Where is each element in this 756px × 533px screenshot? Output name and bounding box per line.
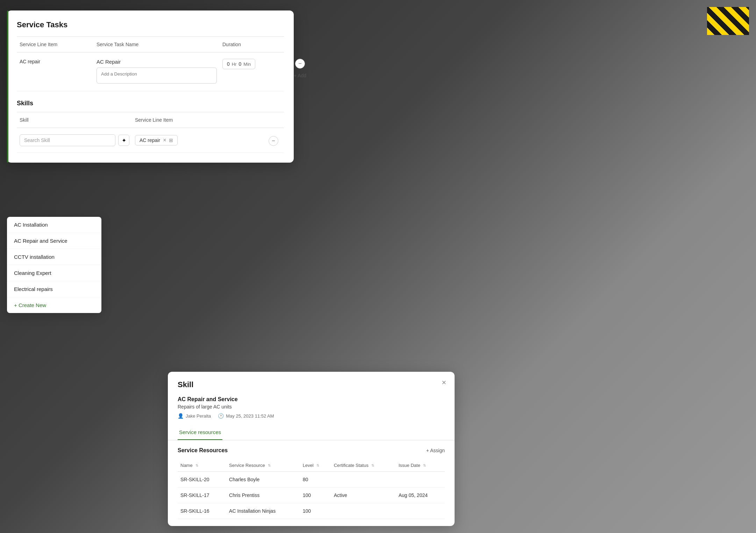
- skill-detail-panel: Skill × AC Repair and Service Repairs of…: [168, 372, 455, 526]
- sort-resource-icon[interactable]: ⇅: [268, 463, 271, 467]
- cell-resource-2: AC Installation Ninjas: [226, 503, 300, 519]
- table-row: SR-SKILL-16 AC Installation Ninjas 100: [178, 503, 445, 519]
- ai-icon: ✦: [122, 137, 126, 144]
- skills-title: Skills: [17, 100, 284, 107]
- skill-info-name: AC Repair and Service: [178, 396, 445, 403]
- skill-meta-date: 🕐 May 25, 2023 11:52 AM: [218, 413, 274, 419]
- assign-button[interactable]: + Assign: [426, 448, 445, 453]
- col-service-task-name: Service Task Name: [94, 40, 220, 49]
- tab-service-resources[interactable]: Service resources: [178, 425, 222, 440]
- col-skill-line-item: Service Line Item: [132, 116, 263, 124]
- cell-date-1: Aug 05, 2024: [396, 488, 445, 503]
- col-service-line-item: Service Line Item: [17, 40, 94, 49]
- cell-cert-2: [331, 503, 396, 519]
- th-name: Name ⇅: [178, 459, 226, 472]
- sort-name-icon[interactable]: ⇅: [195, 463, 198, 467]
- close-skill-panel-button[interactable]: ×: [442, 379, 446, 386]
- table-header-row: Name ⇅ Service Resource ⇅ Level ⇅: [178, 459, 445, 472]
- dropdown-item-ac-installation[interactable]: AC Installation: [7, 217, 101, 233]
- skill-chip-cell: AC repair × ⊞: [132, 134, 263, 147]
- dropdown-item-ac-repair[interactable]: AC Repair and Service: [7, 233, 101, 249]
- th-issue-date-label: Issue Date: [399, 463, 420, 468]
- cell-cert-1: Active: [331, 488, 396, 503]
- add-task-label: + Add: [294, 73, 306, 78]
- service-tasks-panel: Service Tasks Service Line Item Service …: [7, 10, 294, 163]
- th-cert-label: Certificate Status: [334, 463, 369, 468]
- sort-level-icon[interactable]: ⇅: [316, 463, 319, 467]
- cell-name-2: SR-SKILL-16: [178, 503, 226, 519]
- dropdown-item-label: Cleaning Expert: [14, 270, 51, 276]
- cell-resource-1: Chris Prentiss: [226, 488, 300, 503]
- tasks-table-header: Service Line Item Service Task Name Dura…: [17, 36, 284, 52]
- description-input[interactable]: [97, 67, 217, 84]
- col-skill: Skill: [17, 116, 132, 124]
- resources-section: Service Resources + Assign Name ⇅ Ser: [168, 440, 455, 526]
- th-resource-label: Service Resource: [229, 463, 265, 468]
- duration-hr-label: Hr: [232, 62, 237, 67]
- skills-table-header: Skill Service Line Item: [17, 112, 284, 128]
- cell-name-0: SR-SKILL-20: [178, 472, 226, 488]
- tab-service-resources-label: Service resources: [179, 429, 221, 435]
- skill-dropdown: AC Installation AC Repair and Service CC…: [7, 217, 101, 313]
- skills-section: Skills Skill Service Line Item ✦ AC repa…: [17, 100, 284, 153]
- cell-line-item: AC repair: [17, 57, 94, 66]
- create-new-label: + Create New: [14, 302, 46, 308]
- ai-skill-button[interactable]: ✦: [118, 135, 129, 146]
- col-actions: [290, 40, 311, 49]
- duration-box: 0 Hr 0 Min: [222, 59, 255, 69]
- skill-panel-title: Skill: [178, 380, 445, 389]
- remove-task-button[interactable]: −: [295, 59, 305, 69]
- resources-title: Service Resources: [178, 447, 228, 454]
- skill-panel-header: Skill × AC Repair and Service Repairs of…: [168, 372, 455, 419]
- resources-table-head: Name ⇅ Service Resource ⇅ Level ⇅: [178, 459, 445, 472]
- dropdown-item-cleaning[interactable]: Cleaning Expert: [7, 265, 101, 281]
- dropdown-item-label: CCTV installation: [14, 254, 55, 260]
- cell-level-2: 100: [300, 503, 331, 519]
- task-name-text: AC Repair: [97, 59, 217, 65]
- th-cert: Certificate Status ⇅: [331, 459, 396, 472]
- dropdown-item-label: AC Repair and Service: [14, 238, 67, 244]
- resources-header: Service Resources + Assign: [178, 447, 445, 454]
- cell-date-2: [396, 503, 445, 519]
- skill-tabs-bar: Service resources: [168, 425, 455, 440]
- table-row: SR-SKILL-20 Charles Boyle 80: [178, 472, 445, 488]
- sort-date-icon[interactable]: ⇅: [423, 463, 426, 467]
- sort-cert-icon[interactable]: ⇅: [371, 463, 374, 467]
- th-name-label: Name: [180, 463, 193, 468]
- duration-min-label: Min: [243, 62, 251, 67]
- search-skill-wrapper: ✦: [17, 133, 132, 148]
- skills-table-row: ✦ AC repair × ⊞ −: [17, 128, 284, 153]
- chip-remove-button[interactable]: ×: [163, 137, 166, 143]
- search-skill-input[interactable]: [20, 134, 115, 146]
- cell-cert-0: [331, 472, 396, 488]
- assign-label: + Assign: [426, 448, 445, 453]
- skill-meta-user: 👤 Jake Peralta: [178, 413, 211, 419]
- dropdown-item-cctv[interactable]: CCTV installation: [7, 249, 101, 265]
- duration-hr-value: 0: [227, 61, 230, 67]
- create-new-button[interactable]: + Create New: [7, 297, 101, 313]
- minus-icon: −: [298, 61, 301, 67]
- chip-value: AC repair: [140, 137, 160, 143]
- user-icon: 👤: [178, 413, 184, 419]
- th-level: Level ⇅: [300, 459, 331, 472]
- chip-grid-icon: ⊞: [169, 137, 173, 143]
- table-row: SR-SKILL-17 Chris Prentiss 100 Active Au…: [178, 488, 445, 503]
- add-task-button[interactable]: + Add: [294, 73, 306, 78]
- resources-table: Name ⇅ Service Resource ⇅ Level ⇅: [178, 459, 445, 519]
- remove-skill-button[interactable]: −: [269, 136, 278, 146]
- clock-icon: 🕐: [218, 413, 224, 419]
- th-issue-date: Issue Date ⇅: [396, 459, 445, 472]
- resources-table-body: SR-SKILL-20 Charles Boyle 80 SR-SKILL-17…: [178, 472, 445, 519]
- cell-resource-0: Charles Boyle: [226, 472, 300, 488]
- skill-date: May 25, 2023 11:52 AM: [226, 413, 274, 419]
- cell-date-0: [396, 472, 445, 488]
- warning-stripes: [707, 7, 749, 35]
- dropdown-item-electrical[interactable]: Electrical repairs: [7, 281, 101, 297]
- col-skill-actions: [263, 116, 284, 124]
- duration-area: 0 Hr 0 Min: [220, 57, 290, 71]
- cell-level-1: 100: [300, 488, 331, 503]
- skill-user: Jake Peralta: [186, 413, 211, 419]
- action-col: − + Add: [290, 57, 311, 78]
- tasks-table-row: AC repair AC Repair 0 Hr 0 Min − + Add: [17, 52, 284, 91]
- cell-level-0: 80: [300, 472, 331, 488]
